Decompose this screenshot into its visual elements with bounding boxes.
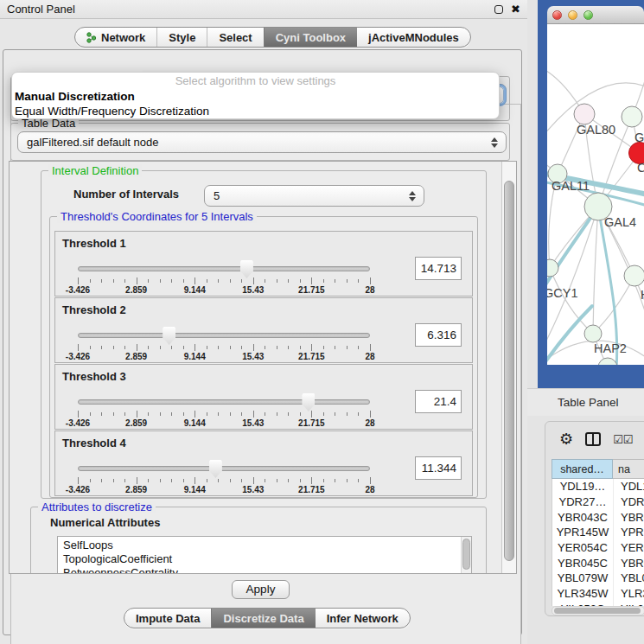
name-cell[interactable]: YPR1 bbox=[614, 525, 644, 540]
gear-icon[interactable]: ⚙ bbox=[559, 431, 573, 447]
shared-name-cell[interactable]: YBL079W bbox=[552, 571, 614, 586]
threshold-value-field[interactable]: 14.713 bbox=[415, 257, 462, 280]
shared-name-cell[interactable]: YPR145W bbox=[552, 525, 614, 540]
algorithm-option[interactable]: Manual Discretization bbox=[12, 89, 499, 104]
tab-select[interactable]: Select bbox=[207, 28, 263, 47]
network-node-right-node[interactable] bbox=[624, 265, 644, 286]
threshold-value-field[interactable]: 21.4 bbox=[415, 390, 462, 413]
network-graph[interactable]: GAL80GACGAL11GAL4GCY1HHAP2 bbox=[547, 24, 644, 365]
network-node-GAL80-neighbor[interactable] bbox=[574, 104, 595, 124]
minimize-traffic-light-icon[interactable] bbox=[568, 10, 577, 20]
table-panel-title: Table Panel bbox=[527, 396, 619, 409]
table-horizontal-scrollbar-thumb[interactable] bbox=[554, 608, 641, 614]
table-row[interactable]: YDR27…YDR2 bbox=[552, 494, 644, 510]
threshold-slider-track[interactable] bbox=[78, 333, 370, 338]
name-cell[interactable]: YER0 bbox=[614, 540, 644, 556]
thresholds-group-label: Threshold's Coordinates for 5 Intervals bbox=[57, 210, 257, 223]
name-cell[interactable]: YBL0 bbox=[614, 571, 644, 586]
network-edge[interactable] bbox=[593, 207, 598, 334]
name-cell[interactable]: YDL1 bbox=[614, 479, 644, 494]
threshold-slider-thumb[interactable] bbox=[302, 393, 315, 411]
shared-name-cell[interactable]: YLR345W bbox=[552, 586, 614, 602]
checkbox-icon[interactable]: ☑☑ bbox=[613, 433, 633, 446]
shared-name-cell[interactable]: YDL19… bbox=[552, 479, 614, 494]
threshold-slider-track[interactable] bbox=[78, 466, 370, 471]
number-of-intervals-select[interactable]: 5 bbox=[204, 185, 424, 207]
network-node-HAP2-node[interactable] bbox=[584, 325, 602, 342]
name-cell[interactable]: YBR0 bbox=[614, 555, 644, 571]
shared-name-cell[interactable]: YER054C bbox=[552, 540, 614, 556]
split-columns-icon[interactable] bbox=[585, 432, 601, 446]
apply-button[interactable]: Apply bbox=[232, 580, 290, 599]
tab-style[interactable]: Style bbox=[156, 28, 207, 47]
network-node-GCY1-node[interactable] bbox=[547, 259, 558, 277]
window-title: Control Panel bbox=[7, 3, 75, 16]
tab-cyni-toolbox[interactable]: Cyni Toolbox bbox=[264, 28, 357, 47]
table-row[interactable]: YPR145WYPR1 bbox=[552, 525, 644, 540]
shared-name-cell[interactable]: YDR27… bbox=[552, 494, 614, 510]
threshold-value-field[interactable]: 11.344 bbox=[415, 456, 462, 480]
tab-discretize-data[interactable]: Discretize Data bbox=[211, 609, 315, 628]
table-row[interactable]: YER054CYER0 bbox=[552, 540, 644, 556]
table-horizontal-scrollbar[interactable] bbox=[552, 606, 644, 615]
network-edge-highlighted[interactable] bbox=[547, 207, 598, 290]
screenshot-root: Control Panel ✖ NetworkStyleSelectCyni T… bbox=[0, 0, 644, 644]
table-row[interactable]: YBR043CYBR0 bbox=[552, 509, 644, 525]
table-panel-body: ⚙ ☑☑ shared… na YDL19…YDL1YDR27…YDR2YBR0… bbox=[545, 421, 644, 616]
algorithm-dropdown-popup: Select algorithm to view settingsManual … bbox=[11, 72, 500, 119]
network-node-bottom-node[interactable] bbox=[598, 358, 617, 365]
threshold-slider-track[interactable] bbox=[78, 266, 370, 271]
table-data-select[interactable]: galFiltered.sif default node bbox=[17, 131, 507, 153]
tick-label: 15.43 bbox=[242, 418, 264, 428]
shared-name-cell[interactable]: YBR043C bbox=[552, 509, 614, 525]
tick-label: -3.426 bbox=[66, 418, 90, 428]
algorithm-option[interactable]: Equal Width/Frequency Discretization bbox=[12, 104, 499, 118]
tick-label: 2.859 bbox=[125, 285, 147, 295]
tab-impute-data[interactable]: Impute Data bbox=[124, 609, 211, 628]
close-icon[interactable]: ✖ bbox=[511, 5, 520, 14]
threshold-slider-track[interactable] bbox=[78, 399, 370, 405]
threshold-slider-thumb[interactable] bbox=[163, 327, 175, 345]
tab-infer-network[interactable]: Infer Network bbox=[316, 609, 410, 628]
shared-name-cell[interactable]: YBR045C bbox=[552, 555, 614, 571]
table-row[interactable]: YLR345WYLR3 bbox=[552, 586, 644, 602]
network-node-top-right-node[interactable] bbox=[622, 106, 642, 127]
close-traffic-light-icon[interactable] bbox=[552, 10, 562, 20]
settings-scrollbar[interactable] bbox=[501, 162, 516, 573]
name-cell[interactable]: YBR0 bbox=[614, 509, 644, 525]
tick-label: 28 bbox=[365, 418, 374, 428]
tab-jactivemnodules[interactable]: jActiveMNodules bbox=[357, 28, 470, 47]
float-window-icon[interactable] bbox=[494, 5, 503, 14]
number-of-intervals-label: Number of Intervals bbox=[73, 188, 179, 201]
settings-scrollbar-thumb[interactable] bbox=[504, 181, 514, 561]
threshold-slider-thumb[interactable] bbox=[240, 260, 253, 278]
cyni-mode-tabbar: Impute DataDiscretize DataInfer Network bbox=[124, 608, 411, 628]
network-node-label: GAL80 bbox=[577, 123, 615, 137]
numerical-attribute-item[interactable]: TopologicalCoefficient bbox=[58, 552, 471, 566]
threshold-value-field[interactable]: 6.316 bbox=[415, 323, 462, 347]
numerical-attributes-list[interactable]: SelfLoopsTopologicalCoefficientBetweenne… bbox=[57, 536, 472, 574]
column-header-name[interactable]: na bbox=[613, 459, 644, 479]
tab-label: Cyni Toolbox bbox=[276, 31, 346, 44]
numerical-attribute-item[interactable]: SelfLoops bbox=[58, 539, 471, 552]
network-view-canvas[interactable]: GAL80GACGAL11GAL4GCY1HHAP2 bbox=[547, 24, 644, 365]
network-edge[interactable] bbox=[550, 268, 593, 334]
threshold-slider-thumb[interactable] bbox=[209, 460, 222, 478]
table-row[interactable]: YBR045CYBR0 bbox=[552, 555, 644, 571]
list-scrollbar[interactable] bbox=[461, 537, 471, 574]
control-panel-titlebar: Control Panel ✖ bbox=[0, 0, 527, 19]
name-cell[interactable]: YLR3 bbox=[614, 586, 644, 602]
tab-network[interactable]: Network bbox=[75, 28, 156, 47]
zoom-traffic-light-icon[interactable] bbox=[583, 10, 593, 20]
name-cell[interactable]: YDR2 bbox=[614, 494, 644, 510]
tick-label: 9.144 bbox=[184, 352, 206, 361]
numerical-attribute-item[interactable]: BetweennessCentrality bbox=[58, 566, 471, 574]
table-row[interactable]: YBL079WYBL0 bbox=[552, 571, 644, 586]
column-header-shared-name[interactable]: shared… bbox=[552, 459, 613, 479]
table-row[interactable]: YDL19…YDL1 bbox=[552, 479, 644, 494]
threshold-label: Threshold 4 bbox=[62, 437, 126, 450]
list-scrollbar-thumb[interactable] bbox=[462, 539, 470, 570]
network-node-label: C bbox=[637, 161, 644, 175]
slider-ticks bbox=[78, 277, 370, 284]
table-header-row: shared… na bbox=[552, 459, 644, 479]
